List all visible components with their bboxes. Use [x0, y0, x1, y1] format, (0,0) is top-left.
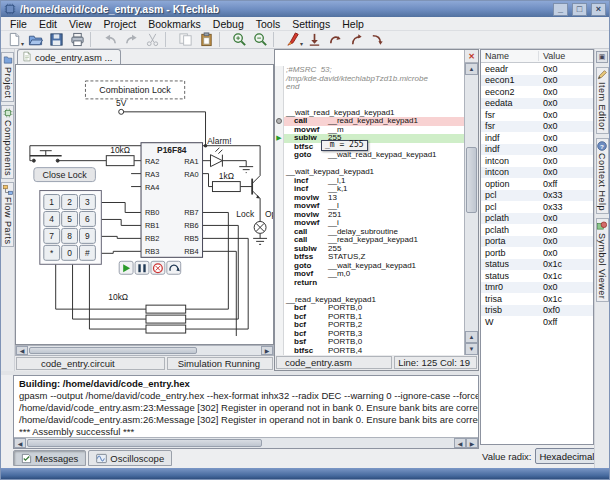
- code-line[interactable]: [275, 92, 464, 101]
- zoom-out-button[interactable]: [250, 31, 270, 48]
- right-dock-tab-context-help[interactable]: ?Context Help: [596, 138, 609, 214]
- scroll-up-icon[interactable]: ▲: [465, 63, 478, 75]
- alarm-led[interactable]: [210, 148, 222, 167]
- code-line[interactable]: incf__k,1: [275, 185, 464, 194]
- register-row[interactable]: indf0x0: [481, 132, 593, 144]
- undo-button[interactable]: [100, 31, 120, 48]
- circuit-hscrollbar[interactable]: ◀ ▶: [15, 345, 274, 356]
- menu-edit[interactable]: Edit: [34, 18, 62, 30]
- code-line[interactable]: call__read_keypad_keypad1: [275, 117, 464, 126]
- scroll-left-icon[interactable]: ◀: [14, 438, 26, 448]
- cut-button[interactable]: [142, 31, 162, 48]
- code-line[interactable]: call__read_keypad_keypad1: [275, 236, 464, 245]
- register-row[interactable]: status0x1c: [481, 259, 593, 271]
- code-line[interactable]: ;#MSRC 53;: [275, 66, 464, 75]
- code-line[interactable]: btfscSTATUS,Z_m = 255: [275, 143, 464, 152]
- register-row[interactable]: intcon0x0: [481, 155, 593, 167]
- register-row[interactable]: portb0x0: [481, 247, 593, 259]
- open-file-button[interactable]: [25, 31, 45, 48]
- step-into-button[interactable]: [367, 31, 387, 48]
- redo-button[interactable]: [121, 31, 141, 48]
- close-button[interactable]: ×: [591, 3, 606, 16]
- push-switch[interactable]: [30, 151, 62, 162]
- code-line[interactable]: sublw255: [275, 245, 464, 254]
- left-dock-tab-project[interactable]: Project: [1, 52, 14, 102]
- scroll-left-icon[interactable]: ◀: [454, 438, 466, 448]
- paste-button[interactable]: [196, 31, 216, 48]
- register-row[interactable]: eedata0x0: [481, 98, 593, 110]
- tab-code-entry-asm[interactable]: code_entry.asm ...: [17, 49, 121, 64]
- minimize-button[interactable]: _: [553, 3, 568, 16]
- code-line[interactable]: __read_keypad_keypad1: [275, 296, 464, 305]
- tab-oscilloscope[interactable]: Oscilloscope: [88, 450, 172, 466]
- register-row[interactable]: trisa0x1c: [481, 293, 593, 305]
- lock-meter[interactable]: [254, 221, 266, 233]
- tab-messages[interactable]: Messages: [13, 450, 86, 466]
- left-dock-tab-flow-parts[interactable]: Flow Parts: [1, 182, 14, 248]
- resistor-bank-10k[interactable]: 10kΩ: [108, 292, 185, 333]
- code-line[interactable]: movwf__l: [275, 202, 464, 211]
- close-view-icon[interactable]: ✕: [465, 50, 478, 63]
- register-row[interactable]: porta0x0: [481, 236, 593, 248]
- asm-editor[interactable]: ;#MSRC 53;/tmp/kde-david/ktechlabpTzd1b.…: [275, 50, 464, 355]
- code-line[interactable]: btfssSTATUS,Z: [275, 253, 464, 262]
- keypad-key[interactable]: 0: [62, 245, 78, 260]
- scrollbar-thumb[interactable]: [29, 347, 197, 354]
- register-row[interactable]: status0x1c: [481, 270, 593, 282]
- titlebar[interactable]: /home/david/code_entry.asm - KTechlab _ …: [1, 1, 609, 17]
- code-line[interactable]: movlw251: [275, 211, 464, 220]
- menu-debug[interactable]: Debug: [208, 18, 249, 30]
- scroll-left-icon[interactable]: ◀: [16, 346, 28, 355]
- register-row[interactable]: pcl0x33: [481, 201, 593, 213]
- code-line[interactable]: goto__wait_keypad_keypad1: [275, 262, 464, 271]
- code-line[interactable]: ▶sublw255: [275, 134, 464, 143]
- resistor-10k-top[interactable]: 10kΩ: [106, 145, 134, 166]
- code-line[interactable]: [275, 287, 464, 296]
- close-lock-button[interactable]: Close Lock: [34, 168, 96, 182]
- sim-pause-button[interactable]: [135, 261, 149, 274]
- maximize-button[interactable]: □: [572, 3, 587, 16]
- keypad-key[interactable]: 4: [44, 211, 60, 226]
- pic-chip[interactable]: P16F84 RA2 RA3 RA4 RB0 RB1 RB2 RB3 RA1: [141, 143, 203, 258]
- menu-settings[interactable]: Settings: [287, 18, 335, 30]
- sim-reset-button[interactable]: [167, 261, 181, 274]
- right-dock-tab-item-editor[interactable]: Item Editor: [596, 67, 609, 134]
- resistor-1k[interactable]: 1kΩ: [212, 171, 240, 192]
- register-row[interactable]: eecon10x0: [481, 75, 593, 87]
- register-row[interactable]: intcon0x0: [481, 167, 593, 179]
- register-row[interactable]: trisb0xf0: [481, 305, 593, 317]
- messages-hscrollbar[interactable]: ◀ ◀ ▶: [14, 437, 478, 448]
- new-file-button[interactable]: ▾: [4, 31, 24, 48]
- code-line[interactable]: btfscPORTB,4: [275, 347, 464, 356]
- scrollbar-thumb[interactable]: [466, 147, 477, 214]
- zoom-in-button[interactable]: [229, 31, 249, 48]
- dock-detach-button[interactable]: ▣: [596, 51, 608, 63]
- register-row[interactable]: eecon20x0: [481, 86, 593, 98]
- code-line[interactable]: __wait_read_keypad_keypad1: [275, 109, 464, 118]
- left-dock-tab-components[interactable]: Components: [1, 105, 14, 179]
- keypad-key[interactable]: 9: [80, 228, 96, 243]
- step-out-button[interactable]: [346, 31, 366, 48]
- register-row[interactable]: pclath0x0: [481, 224, 593, 236]
- register-row[interactable]: option0xff: [481, 178, 593, 190]
- scrollbar-thumb[interactable]: [27, 439, 262, 447]
- code-line[interactable]: bsfPORTB,0: [275, 338, 464, 347]
- register-row[interactable]: pcl0x33: [481, 190, 593, 202]
- step-over-button[interactable]: [325, 31, 345, 48]
- register-row[interactable]: fsr0x0: [481, 109, 593, 121]
- scroll-up-icon[interactable]: ▲: [465, 331, 478, 343]
- sim-stop-button[interactable]: [151, 261, 165, 274]
- code-line[interactable]: bcfPORTB,1: [275, 313, 464, 322]
- code-line[interactable]: call__delay_subroutine: [275, 228, 464, 237]
- menu-bookmarks[interactable]: Bookmarks: [143, 18, 206, 30]
- code-vscrollbar[interactable]: ✕ ▲ ▲ ▼: [464, 50, 478, 355]
- code-line[interactable]: bcfPORTB,2: [275, 321, 464, 330]
- scrollbar-trough[interactable]: [26, 438, 454, 448]
- sim-play-button[interactable]: [119, 261, 133, 274]
- scroll-right-icon[interactable]: ▶: [261, 346, 273, 355]
- code-line[interactable]: [275, 100, 464, 109]
- register-row[interactable]: indf0x0: [481, 144, 593, 156]
- menu-project[interactable]: Project: [99, 18, 142, 30]
- keypad-key[interactable]: #: [80, 245, 96, 260]
- menu-tools[interactable]: Tools: [251, 18, 286, 30]
